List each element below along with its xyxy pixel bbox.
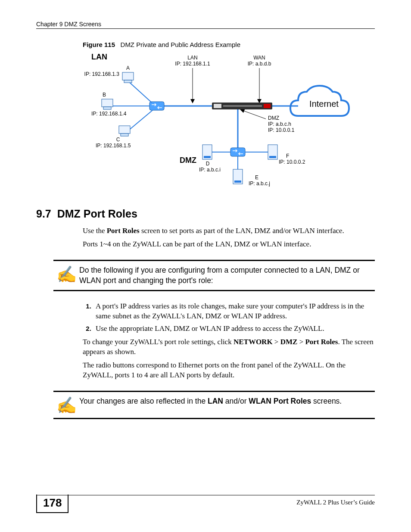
pc-b-ip: IP: 192.168.1.4: [91, 111, 127, 117]
dmz-group-label: DMZ: [180, 156, 196, 165]
lan-group-label: LAN: [91, 53, 107, 61]
server-e-name: E: [255, 174, 258, 180]
section-number: 9.7: [36, 208, 51, 220]
svg-rect-8: [223, 105, 262, 107]
figure-caption: Figure 115 DMZ Private and Public Addres…: [83, 41, 375, 48]
svg-rect-17: [124, 80, 132, 83]
server-f-icon: [268, 145, 277, 159]
pc-c-name: C: [116, 137, 120, 143]
pc-c-ip: IP: 192.168.1.5: [96, 143, 131, 149]
svg-marker-1: [190, 99, 195, 103]
svg-rect-28: [204, 156, 211, 158]
paragraph-1: Use the Port Roles screen to set ports a…: [83, 226, 375, 236]
figure-number: Figure 115: [83, 41, 115, 48]
svg-rect-18: [102, 99, 113, 107]
svg-rect-32: [269, 156, 276, 158]
svg-line-13: [128, 81, 152, 103]
svg-rect-21: [121, 134, 128, 136]
pc-a-name: A: [126, 65, 130, 71]
list-item: Use the appropriate LAN, DMZ or WLAN IP …: [93, 324, 375, 334]
svg-rect-16: [122, 72, 134, 80]
section-heading: 9.7 DMZ Port Roles: [36, 208, 375, 220]
svg-rect-7: [214, 104, 221, 108]
svg-rect-23: [230, 148, 245, 156]
dmz-switch-icon: [230, 148, 245, 156]
wan-if-ip: IP: a.b.d.b: [248, 61, 271, 67]
svg-rect-20: [119, 126, 130, 134]
server-d-icon: [202, 145, 212, 159]
page-footer: 178 ZyWALL 2 Plus User’s Guide: [36, 495, 375, 513]
internet-label: Internet: [309, 99, 339, 109]
note-icon: ✍: [53, 265, 79, 283]
svg-line-4: [242, 110, 266, 119]
lan-if-ip: IP: 192.168.1.1: [175, 61, 210, 67]
dmz-if-ip1: IP: a.b.c.h: [268, 121, 291, 127]
pc-c-icon: [119, 126, 130, 136]
wan-if-name: WAN: [253, 55, 265, 61]
figure-title: DMZ Private and Public Address Example: [121, 41, 240, 48]
note-block-1: ✍ Do the following if you are configurin…: [53, 260, 375, 291]
svg-rect-9: [264, 104, 271, 108]
note-block-2: ✍ Your changes are also reflected in the…: [53, 391, 375, 419]
svg-rect-30: [234, 180, 241, 183]
svg-rect-19: [103, 107, 111, 109]
lan-switch-icon: [149, 102, 164, 110]
network-diagram: LAN DMZ LAN IP: 192.168.1.1 WAN IP: a.b.…: [83, 51, 358, 193]
page-number: 178: [36, 495, 68, 513]
server-d-ip: IP: a.b.c.i: [199, 167, 221, 173]
server-f-name: F: [286, 153, 289, 159]
note-text-2: Your changes are also reflected in the L…: [79, 396, 375, 407]
server-e-icon: [233, 169, 243, 184]
server-d-name: D: [206, 161, 210, 167]
note-text-1: Do the following if you are configuring …: [79, 265, 375, 286]
chapter-header: Chapter 9 DMZ Screens: [36, 21, 375, 29]
svg-rect-12: [149, 102, 164, 110]
footer-guide: ZyWALL 2 Plus User’s Guide: [296, 495, 375, 506]
firewall-device-icon: [212, 103, 272, 109]
server-f-ip: IP: 10.0.0.2: [279, 159, 305, 165]
pc-b-icon: [102, 99, 113, 109]
lan-if-name: LAN: [187, 55, 197, 61]
pc-b-name: B: [103, 92, 106, 98]
paragraph-4: The radio buttons correspond to Ethernet…: [83, 361, 375, 380]
note-icon: ✍: [53, 396, 79, 414]
figure-block: Figure 115 DMZ Private and Public Addres…: [83, 41, 375, 195]
list-item: A port's IP address varies as its role c…: [93, 302, 375, 321]
internet-cloud-icon: Internet: [290, 86, 349, 116]
pc-a-icon: [122, 72, 134, 83]
numbered-list: A port's IP address varies as its role c…: [83, 302, 375, 334]
server-e-ip: IP: a.b.c.j: [249, 180, 270, 187]
pc-a-ip: IP: 192.168.1.3: [84, 71, 120, 77]
dmz-if-ip2: IP: 10.0.0.1: [268, 127, 295, 133]
paragraph-3: To change your ZyWALL’s port role settin…: [83, 337, 375, 357]
dmz-if-name: DMZ: [268, 115, 279, 121]
paragraph-2: Ports 1~4 on the ZyWALL can be part of t…: [83, 240, 375, 249]
section-title: DMZ Port Roles: [57, 208, 137, 220]
